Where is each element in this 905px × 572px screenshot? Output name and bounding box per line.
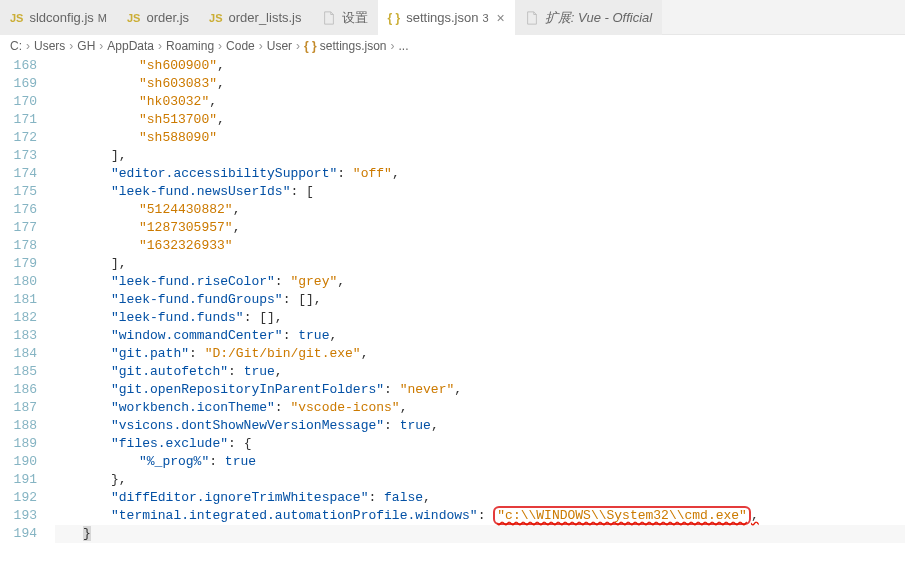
chevron-right-icon: › [391,39,395,53]
line-number: 186 [0,381,37,399]
tab-4[interactable]: { }settings.json3× [378,0,515,35]
highlighted-error-value: "c:\\WINDOWS\\System32\\cmd.exe" [493,506,751,525]
code-line[interactable]: "git.openRepositoryInParentFolders": "ne… [55,381,905,399]
code-line[interactable]: "vsicons.dontShowNewVersionMessage": tru… [55,417,905,435]
tab-1[interactable]: JSorder.js [117,0,199,35]
code-line[interactable]: "1632326933" [55,237,905,255]
code-line[interactable]: "git.autofetch": true, [55,363,905,381]
tab-0[interactable]: JSsldconfig.jsM [0,0,117,35]
breadcrumb-segment[interactable]: User [267,39,292,53]
line-number: 170 [0,93,37,111]
code-line[interactable]: "leek-fund.newsUserIds": [ [55,183,905,201]
code-line[interactable]: ], [55,147,905,165]
code-line[interactable]: "files.exclude": { [55,435,905,453]
code-line[interactable]: "sh600900", [55,57,905,75]
line-number-gutter: 1681691701711721731741751761771781791801… [0,57,55,543]
line-number: 183 [0,327,37,345]
chevron-right-icon: › [218,39,222,53]
chevron-right-icon: › [158,39,162,53]
code-line[interactable]: "leek-fund.funds": [], [55,309,905,327]
close-icon[interactable]: × [497,10,505,26]
line-number: 169 [0,75,37,93]
file-icon [525,11,539,25]
line-number: 180 [0,273,37,291]
line-number: 174 [0,165,37,183]
chevron-right-icon: › [259,39,263,53]
line-number: 188 [0,417,37,435]
editor: 1681691701711721731741751761771781791801… [0,57,905,543]
line-number: 172 [0,129,37,147]
line-number: 189 [0,435,37,453]
tab-modified-badge: 3 [482,12,488,24]
line-number: 177 [0,219,37,237]
tab-modified-badge: M [98,12,107,24]
js-file-icon: JS [10,12,23,24]
code-line[interactable]: "5124430882", [55,201,905,219]
code-line[interactable]: "sh513700", [55,111,905,129]
line-number: 173 [0,147,37,165]
code-line[interactable]: "1287305957", [55,219,905,237]
breadcrumb-segment[interactable]: Code [226,39,255,53]
breadcrumb-segment[interactable]: ... [399,39,409,53]
code-line[interactable]: "editor.accessibilitySupport": "off", [55,165,905,183]
tab-label: order_lists.js [229,10,302,25]
breadcrumb-segment[interactable]: Roaming [166,39,214,53]
js-file-icon: JS [127,12,140,24]
code-line[interactable]: ], [55,255,905,273]
line-number: 168 [0,57,37,75]
code-line[interactable]: "terminal.integrated.automationProfile.w… [55,507,905,525]
chevron-right-icon: › [69,39,73,53]
file-icon [322,11,336,25]
line-number: 176 [0,201,37,219]
breadcrumb-segment[interactable]: AppData [107,39,154,53]
line-number: 194 [0,525,37,543]
tab-label: order.js [146,10,189,25]
code-line[interactable]: "%_prog%": true [55,453,905,471]
code-line[interactable]: "window.commandCenter": true, [55,327,905,345]
breadcrumb-segment[interactable]: GH [77,39,95,53]
tab-bar: JSsldconfig.jsMJSorder.jsJSorder_lists.j… [0,0,905,35]
code-area[interactable]: "sh600900","sh603083","hk03032","sh51370… [55,57,905,543]
tab-2[interactable]: JSorder_lists.js [199,0,311,35]
line-number: 191 [0,471,37,489]
line-number: 190 [0,453,37,471]
line-number: 182 [0,309,37,327]
breadcrumb-segment[interactable]: Users [34,39,65,53]
code-line[interactable]: "hk03032", [55,93,905,111]
line-number: 171 [0,111,37,129]
line-number: 179 [0,255,37,273]
code-line[interactable]: "leek-fund.riseColor": "grey", [55,273,905,291]
code-line[interactable]: }, [55,471,905,489]
code-line[interactable]: "git.path": "D:/Git/bin/git.exe", [55,345,905,363]
chevron-right-icon: › [99,39,103,53]
breadcrumb-segment[interactable]: C: [10,39,22,53]
breadcrumb-segment[interactable]: settings.json [320,39,387,53]
code-line[interactable]: "diffEditor.ignoreTrimWhitespace": false… [55,489,905,507]
breadcrumb[interactable]: C:›Users›GH›AppData›Roaming›Code›User›{ … [0,35,905,57]
chevron-right-icon: › [26,39,30,53]
tab-3[interactable]: 设置 [312,0,378,35]
code-line[interactable]: "sh603083", [55,75,905,93]
chevron-right-icon: › [296,39,300,53]
line-number: 178 [0,237,37,255]
line-number: 192 [0,489,37,507]
tab-label: 设置 [342,9,368,27]
json-file-icon: { } [304,39,317,53]
code-line[interactable]: "sh588090" [55,129,905,147]
line-number: 185 [0,363,37,381]
tab-label: sldconfig.js [29,10,93,25]
code-line[interactable]: } [55,525,905,543]
json-file-icon: { } [388,11,401,25]
tab-5[interactable]: 扩展: Vue - Official [515,0,662,35]
line-number: 187 [0,399,37,417]
tab-label: settings.json [406,10,478,25]
js-file-icon: JS [209,12,222,24]
code-line[interactable]: "workbench.iconTheme": "vscode-icons", [55,399,905,417]
line-number: 175 [0,183,37,201]
line-number: 193 [0,507,37,525]
tab-label: 扩展: Vue - Official [545,9,652,27]
line-number: 184 [0,345,37,363]
line-number: 181 [0,291,37,309]
code-line[interactable]: "leek-fund.fundGroups": [], [55,291,905,309]
